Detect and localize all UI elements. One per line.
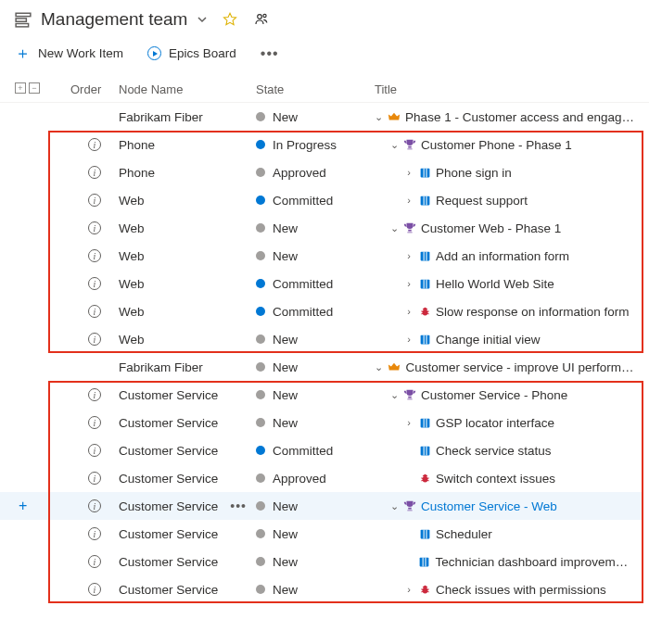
add-child-button[interactable]: +: [19, 498, 27, 514]
info-icon[interactable]: i: [88, 221, 101, 234]
svg-rect-31: [423, 529, 424, 538]
info-icon[interactable]: i: [88, 388, 101, 401]
work-item-title[interactable]: Technician dashboard improvements: [435, 555, 634, 569]
table-row[interactable]: iWebNew⌄Customer Web - Phase 1: [0, 214, 643, 242]
chevron-right-icon[interactable]: ›: [404, 417, 414, 428]
table-row[interactable]: iCustomer ServiceNew⌄Customer Service - …: [0, 381, 643, 409]
work-item-title[interactable]: Add an information form: [436, 249, 569, 263]
team-members-icon[interactable]: [254, 12, 269, 27]
chevron-right-icon[interactable]: ›: [404, 306, 414, 317]
table-row[interactable]: iCustomer ServiceNew›Check issues with p…: [0, 575, 643, 603]
work-item-title[interactable]: Phone sign in: [436, 166, 512, 180]
col-state[interactable]: State: [256, 82, 375, 96]
chevron-right-icon[interactable]: ›: [404, 278, 414, 289]
work-item-title[interactable]: Switch context issues: [436, 472, 555, 486]
info-icon[interactable]: i: [88, 472, 101, 485]
table-row[interactable]: iWebCommitted›Hello World Web Site: [0, 270, 643, 297]
svg-point-28: [422, 476, 427, 483]
table-row[interactable]: iPhoneIn Progress⌄Customer Phone - Phase…: [0, 131, 643, 158]
chevron-down-icon[interactable]: ⌄: [389, 500, 399, 512]
work-item-title[interactable]: Scheduler: [436, 527, 492, 541]
state-cell: New: [256, 388, 375, 402]
state-dot-icon: [256, 335, 265, 344]
work-item-title[interactable]: Customer Web - Phase 1: [421, 221, 561, 235]
chevron-right-icon[interactable]: ›: [404, 250, 414, 261]
state-label: New: [273, 333, 298, 347]
work-item-title[interactable]: Hello World Web Site: [436, 277, 554, 291]
table-row[interactable]: iCustomer ServiceNew›Scheduler: [0, 520, 643, 548]
new-work-item-button[interactable]: ＋ New Work Item: [15, 43, 123, 64]
table-row[interactable]: +iCustomer Service•••New⌄Customer Servic…: [0, 492, 643, 520]
state-label: New: [273, 221, 298, 235]
collapse-all-button[interactable]: −: [29, 82, 40, 94]
info-icon[interactable]: i: [88, 527, 101, 540]
work-item-title[interactable]: Check issues with permissions: [436, 583, 606, 597]
chevron-right-icon[interactable]: ›: [404, 334, 414, 345]
state-cell: Committed: [256, 194, 375, 208]
state-label: New: [273, 388, 298, 402]
work-item-title[interactable]: Change initial view: [436, 333, 541, 347]
state-label: Approved: [273, 472, 326, 486]
title-dropdown-icon[interactable]: [197, 14, 208, 25]
epics-board-button[interactable]: Epics Board: [147, 46, 236, 60]
work-item-title[interactable]: Customer Service - Phone: [421, 388, 567, 402]
node-name: Phone: [119, 138, 256, 152]
chevron-right-icon[interactable]: ›: [404, 167, 414, 178]
table-row[interactable]: iWebCommitted›Request support: [0, 186, 643, 214]
info-icon[interactable]: i: [88, 444, 101, 457]
work-item-title[interactable]: Check service status: [436, 444, 552, 458]
table-row[interactable]: iPhoneApproved›Phone sign in: [0, 158, 643, 186]
info-icon[interactable]: i: [88, 194, 101, 207]
bug-icon: [418, 472, 431, 485]
svg-rect-8: [420, 196, 429, 205]
col-title[interactable]: Title: [375, 82, 640, 96]
chevron-down-icon[interactable]: ⌄: [389, 139, 399, 151]
expand-all-button[interactable]: +: [15, 82, 26, 94]
table-row[interactable]: iCustomer ServiceApproved›Switch context…: [0, 464, 643, 492]
info-icon[interactable]: i: [88, 138, 101, 151]
table-row[interactable]: Fabrikam FiberNew⌄Phase 1 - Customer acc…: [0, 103, 643, 131]
info-icon[interactable]: i: [88, 166, 101, 179]
node-name: Web: [119, 221, 256, 235]
work-item-title[interactable]: Slow response on information form: [436, 305, 630, 319]
table-row[interactable]: iWebCommitted›Slow response on informati…: [0, 297, 643, 325]
node-name: Customer Service: [119, 583, 256, 597]
svg-rect-19: [420, 335, 429, 344]
column-headers: + − Order Node Name State Title: [0, 77, 649, 103]
chevron-right-icon[interactable]: ›: [404, 195, 414, 206]
work-item-title[interactable]: Request support: [436, 194, 528, 208]
table-row[interactable]: iWebNew›Change initial view: [0, 325, 643, 353]
info-icon[interactable]: i: [88, 305, 101, 318]
info-icon[interactable]: i: [88, 249, 101, 262]
table-row[interactable]: iCustomer ServiceCommitted›Check service…: [0, 436, 643, 464]
info-icon[interactable]: i: [88, 555, 101, 568]
work-item-title[interactable]: GSP locator interface: [436, 416, 554, 430]
table-row[interactable]: iWebNew›Add an information form: [0, 242, 643, 270]
info-icon[interactable]: i: [88, 277, 101, 290]
more-actions-button[interactable]: •••: [261, 45, 279, 62]
work-item-title[interactable]: Phase 1 - Customer access and engagement: [405, 110, 634, 124]
work-item-title[interactable]: Customer service - improve UI performanc…: [405, 360, 634, 374]
chevron-down-icon[interactable]: ⌄: [389, 222, 399, 234]
work-item-title[interactable]: Customer Phone - Phase 1: [421, 138, 572, 152]
chevron-right-icon[interactable]: ›: [404, 584, 414, 595]
info-icon[interactable]: i: [88, 333, 101, 346]
state-label: New: [273, 110, 298, 124]
table-row[interactable]: Fabrikam FiberNew⌄Customer service - imp…: [0, 353, 643, 381]
chevron-down-icon[interactable]: ⌄: [375, 361, 383, 373]
col-node[interactable]: Node Name: [119, 82, 256, 96]
favorite-star-icon[interactable]: [223, 12, 237, 27]
col-order[interactable]: Order: [70, 82, 119, 96]
state-label: New: [273, 499, 298, 513]
table-row[interactable]: iCustomer ServiceNew›Technician dashboar…: [0, 548, 643, 575]
info-icon[interactable]: i: [88, 583, 101, 596]
work-item-title[interactable]: Customer Service - Web: [421, 499, 557, 513]
row-more-button[interactable]: •••: [230, 499, 247, 513]
table-row[interactable]: iCustomer ServiceNew›GSP locator interfa…: [0, 409, 643, 436]
info-icon[interactable]: i: [88, 416, 101, 429]
state-label: Approved: [273, 166, 326, 180]
svg-rect-30: [420, 529, 429, 538]
info-icon[interactable]: i: [88, 499, 101, 512]
chevron-down-icon[interactable]: ⌄: [389, 389, 399, 401]
chevron-down-icon[interactable]: ⌄: [375, 111, 383, 123]
